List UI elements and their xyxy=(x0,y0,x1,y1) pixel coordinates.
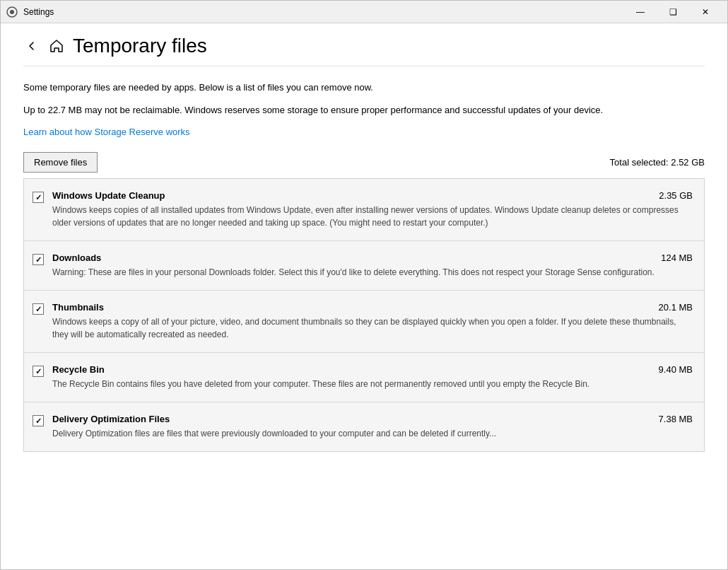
file-size-1: 124 MB xyxy=(661,252,693,263)
file-info-3: Recycle Bin 9.40 MB The Recycle Bin cont… xyxy=(52,364,693,390)
remove-files-button[interactable]: Remove files xyxy=(23,152,98,173)
file-desc-0: Windows keeps copies of all installed up… xyxy=(52,204,693,229)
file-desc-1: Warning: These are files in your persona… xyxy=(52,266,693,279)
checkbox-container-1 xyxy=(33,254,44,265)
svg-point-1 xyxy=(10,10,14,14)
main-description: Some temporary files are needed by apps.… xyxy=(23,81,705,95)
checkbox-container-4 xyxy=(33,415,44,426)
file-checkbox-2[interactable] xyxy=(33,303,44,315)
action-bar: Remove files Total selected: 2.52 GB xyxy=(23,152,705,173)
file-name-2: Thumbnails xyxy=(52,302,104,313)
list-item: Delivery Optimization Files 7.38 MB Deli… xyxy=(24,402,704,451)
file-desc-3: The Recycle Bin contains files you have … xyxy=(52,378,693,390)
file-size-3: 9.40 MB xyxy=(659,364,693,375)
window-content: Temporary files Some temporary files are… xyxy=(1,23,727,569)
page-title: Temporary files xyxy=(73,35,207,57)
total-selected-label: Total selected: 2.52 GB xyxy=(610,157,705,168)
files-list: Windows Update Cleanup 2.35 GB Windows k… xyxy=(23,178,705,452)
file-desc-2: Windows keeps a copy of all of your pict… xyxy=(52,315,693,341)
main-content: Temporary files Some temporary files are… xyxy=(1,23,727,569)
file-size-4: 7.38 MB xyxy=(659,414,693,424)
title-bar-text: Settings xyxy=(23,7,624,17)
settings-window-icon xyxy=(6,6,18,18)
learn-more-link[interactable]: Learn about how Storage Reserve works xyxy=(23,127,190,137)
file-header-1: Downloads 124 MB xyxy=(52,252,693,263)
file-checkbox-4[interactable] xyxy=(33,415,44,426)
title-bar: Settings — ❑ ✕ xyxy=(1,1,727,23)
list-item: Windows Update Cleanup 2.35 GB Windows k… xyxy=(24,179,704,241)
home-icon xyxy=(49,38,64,54)
file-checkbox-3[interactable] xyxy=(33,366,44,377)
window-controls: — ❑ ✕ xyxy=(624,1,722,23)
file-size-0: 2.35 GB xyxy=(659,190,693,201)
file-header-4: Delivery Optimization Files 7.38 MB xyxy=(52,414,693,424)
storage-reserve-note: Up to 22.7 MB may not be reclaimable. Wi… xyxy=(23,103,705,117)
file-checkbox-0[interactable] xyxy=(33,192,44,203)
checkbox-container-3 xyxy=(33,366,44,377)
file-header-3: Recycle Bin 9.40 MB xyxy=(52,364,693,375)
file-info-0: Windows Update Cleanup 2.35 GB Windows k… xyxy=(52,190,693,229)
file-size-2: 20.1 MB xyxy=(659,302,693,313)
list-item: Thumbnails 20.1 MB Windows keeps a copy … xyxy=(24,291,704,353)
file-checkbox-1[interactable] xyxy=(33,254,44,265)
file-name-0: Windows Update Cleanup xyxy=(52,190,165,201)
back-button[interactable] xyxy=(23,37,40,54)
file-header-0: Windows Update Cleanup 2.35 GB xyxy=(52,190,693,201)
file-info-1: Downloads 124 MB Warning: These are file… xyxy=(52,252,693,279)
close-button[interactable]: ✕ xyxy=(689,1,722,23)
file-info-2: Thumbnails 20.1 MB Windows keeps a copy … xyxy=(52,302,693,341)
file-info-4: Delivery Optimization Files 7.38 MB Deli… xyxy=(52,414,693,440)
list-item: Downloads 124 MB Warning: These are file… xyxy=(24,241,704,291)
settings-window: Settings — ❑ ✕ Temporary fil xyxy=(0,0,728,570)
file-name-3: Recycle Bin xyxy=(52,364,105,375)
minimize-button[interactable]: — xyxy=(624,1,657,23)
file-name-1: Downloads xyxy=(52,252,101,263)
file-desc-4: Delivery Optimization files are files th… xyxy=(52,427,693,440)
checkbox-container-2 xyxy=(33,303,44,315)
list-item: Recycle Bin 9.40 MB The Recycle Bin cont… xyxy=(24,353,704,402)
file-header-2: Thumbnails 20.1 MB xyxy=(52,302,693,313)
page-header: Temporary files xyxy=(23,23,705,66)
checkbox-container-0 xyxy=(33,192,44,203)
file-name-4: Delivery Optimization Files xyxy=(52,414,170,424)
maximize-button[interactable]: ❑ xyxy=(657,1,689,23)
